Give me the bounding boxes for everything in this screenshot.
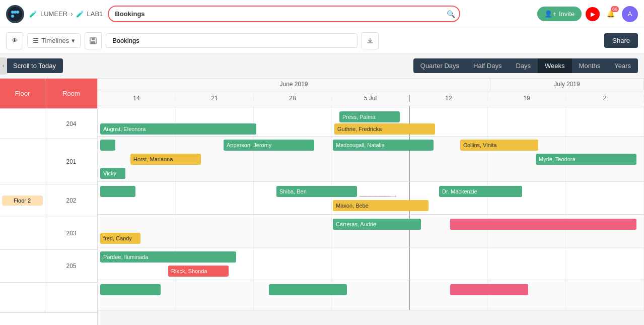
floor-cell-202: Floor 2 (0, 184, 45, 217)
scroll-today-button[interactable]: Scroll to Today (6, 58, 63, 73)
breadcrumb: 🧪 LUMEER › 🧪 LAB1 (29, 10, 103, 18)
booking-bar-collins[interactable]: Collins, Vinita (460, 140, 538, 151)
week-headers: 14 21 28 5 Jul 12 19 2 (98, 90, 644, 106)
menu-icon: ☰ (33, 37, 39, 44)
booking-bar-dr-mackenzie[interactable]: Dr. Mackenzie (439, 186, 522, 197)
floor-cell-last (0, 283, 45, 312)
quarter-days-button[interactable]: Quarter Days (413, 58, 466, 73)
document-title-input[interactable] (106, 33, 357, 48)
weeks-button[interactable]: Weeks (538, 58, 572, 73)
timelines-dropdown[interactable]: ☰ Timelines ▾ (27, 33, 81, 48)
svg-point-4 (11, 15, 14, 18)
grid-scroll[interactable]: June 2019 July 2019 14 21 28 5 Jul 12 19… (98, 79, 644, 325)
booking-bar-last-1[interactable] (100, 284, 161, 295)
floor2-badge: Floor 2 (2, 196, 43, 206)
label-row-203: 203 (0, 217, 97, 250)
view-toggle-button[interactable]: 👁 (6, 32, 23, 49)
logo[interactable] (6, 5, 24, 23)
booking-bar-madcougall[interactable]: Madcougall, Natalie (333, 140, 434, 151)
floor-header: Floor (0, 79, 45, 108)
july-header: July 2019 (490, 79, 644, 90)
week-5jul: 5 Jul (332, 95, 410, 102)
week-28: 28 (254, 95, 332, 102)
topbar: 🧪 LUMEER › 🧪 LAB1 🔍 👤+ Invite ▶ 🔔 66 A (0, 0, 644, 28)
booking-bar-augnst[interactable]: Augnst, Eleonora (100, 123, 256, 135)
notification-icon[interactable]: 🔔 66 (604, 7, 618, 21)
booking-bar-vicky[interactable]: Vicky (100, 168, 125, 179)
share-button[interactable]: Share (604, 33, 638, 48)
week-21: 21 (176, 95, 254, 102)
booking-bar-maxon[interactable]: Maxon, Bebe (333, 200, 428, 211)
room-num-202: 202 (45, 184, 97, 217)
row-labels: Floor Room 204 201 Floor 2 202 (0, 79, 98, 325)
booking-bar-last-2[interactable] (269, 284, 347, 295)
years-button[interactable]: Years (607, 58, 638, 73)
svg-rect-7 (91, 41, 95, 44)
svg-rect-6 (92, 38, 95, 40)
lumeer-label[interactable]: LUMEER (40, 10, 67, 18)
booking-bar-carreras[interactable]: Carreras, Audrie (333, 219, 421, 230)
youtube-icon[interactable]: ▶ (586, 7, 600, 21)
flask-icon: 🧪 (29, 10, 37, 18)
lab-icon: 🧪 (76, 10, 84, 18)
label-row-202: Floor 2 202 (0, 184, 97, 217)
lab1-label[interactable]: LAB1 (87, 10, 103, 18)
booking-bar-guthrie[interactable]: Guthrie, Fredricka (334, 123, 435, 135)
floor-cell-201 (0, 139, 45, 184)
room-header: Room (45, 79, 97, 108)
booking-bar-pardee[interactable]: Pardee, Iluminada (100, 251, 236, 263)
grid-row-203: Carreras, Audrie fred, Candy (98, 215, 644, 247)
months-button[interactable]: Months (572, 58, 608, 73)
half-days-button[interactable]: Half Days (466, 58, 509, 73)
search-icon[interactable]: 🔍 (447, 10, 455, 18)
chevron-down-icon: ▾ (71, 37, 75, 44)
days-button[interactable]: Days (509, 58, 538, 73)
timeline-view-switcher: Quarter Days Half Days Days Weeks Months… (413, 58, 638, 73)
week-19: 19 (488, 95, 566, 102)
save-icon-button[interactable] (85, 32, 102, 49)
toolbar: 👁 ☰ Timelines ▾ Share (0, 28, 644, 53)
notification-badge: 66 (611, 6, 619, 12)
booking-bar-201-green1[interactable] (100, 140, 115, 151)
booking-bar-shiba[interactable]: Shiba, Ben (276, 186, 357, 197)
booking-bar-myrie[interactable]: Myrie, Teodora (536, 154, 636, 165)
grid-row-201: Apperson, Jeromy Madcougall, Natalie Col… (98, 137, 644, 182)
booking-bar-press-palma[interactable]: Press, Palma (339, 111, 400, 122)
booking-bar-horst[interactable]: Horst, Marianna (130, 154, 201, 165)
booking-bar-apperson[interactable]: Apperson, Jeromy (224, 140, 314, 151)
booking-bar-202-green1[interactable] (100, 186, 135, 197)
booking-bar-rieck[interactable]: Rieck, Shonda (168, 266, 229, 277)
label-row-201: 201 (0, 139, 97, 184)
booking-bar-pink-203[interactable] (450, 219, 636, 230)
calendar-container: Floor Room 204 201 Floor 2 202 (0, 79, 644, 325)
avatar[interactable]: A (622, 6, 638, 22)
booking-bar-fred-candy[interactable]: fred, Candy (100, 233, 140, 244)
column-headers: Floor Room (0, 79, 97, 109)
svg-point-0 (8, 7, 22, 21)
week-12: 12 (410, 95, 488, 102)
search-input[interactable] (108, 6, 460, 22)
svg-point-3 (16, 11, 19, 14)
download-icon-button[interactable] (362, 32, 379, 49)
topbar-right: 👤+ Invite ▶ 🔔 66 A (537, 6, 638, 22)
week-2: 2 (566, 95, 644, 102)
collapse-sidebar-button[interactable]: ‹ (0, 57, 7, 75)
grid-inner: June 2019 July 2019 14 21 28 5 Jul 12 19… (98, 79, 644, 310)
room-num-205: 205 (45, 250, 97, 282)
grid-row-205: Pardee, Iluminada Rieck, Shonda (98, 247, 644, 280)
floor-cell-204 (0, 109, 45, 139)
room-num-201: 201 (45, 139, 97, 184)
floor-cell-205 (0, 250, 45, 282)
room-num-204: 204 (45, 109, 97, 139)
week-14: 14 (98, 95, 176, 102)
booking-bar-last-3[interactable] (450, 284, 528, 295)
label-row-204: 204 (0, 109, 97, 139)
grid-row-202: Shiba, Ben ──────→ Dr. Mackenzie Maxon, … (98, 182, 644, 215)
grid-row-last (98, 280, 644, 310)
month-headers: June 2019 July 2019 (98, 79, 644, 90)
timeline-controls: ‹ Scroll to Today Quarter Days Half Days… (0, 53, 644, 79)
search-bar: 🔍 (108, 6, 460, 22)
grid-row-204: Press, Palma Augnst, Eleonora Guthrie, F… (98, 106, 644, 137)
invite-button[interactable]: 👤+ Invite (537, 7, 582, 21)
floor-cell-203 (0, 217, 45, 249)
